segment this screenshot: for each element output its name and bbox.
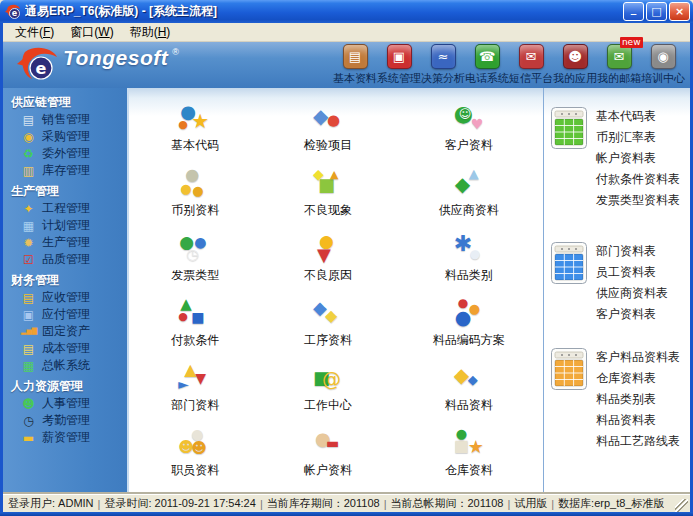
close-button[interactable]: × — [669, 2, 690, 21]
shortcut-item-info[interactable]: ◆◆料品资料 — [394, 362, 543, 427]
shortcut-warehouse-info[interactable]: ■●★仓库资料 — [394, 427, 543, 492]
menu-bar: 文件(F)窗口(W)帮助(H) — [3, 23, 690, 42]
maximize-button[interactable]: □ — [646, 2, 667, 21]
decision-analysis-icon: ≈ — [431, 44, 456, 69]
table-link[interactable]: 料品工艺路线表 — [596, 431, 680, 452]
content-area: 供应链管理▤销售管理◉采购管理♻委外管理▥库存管理生产管理✦工程管理▦计划管理✹… — [3, 88, 690, 494]
sidebar-item-ledger[interactable]: ▦总帐系统 — [3, 357, 127, 374]
tool-sms-platform[interactable]: ✉短信平台 — [509, 44, 553, 86]
tool-basic-data[interactable]: ▤基本资料 — [333, 44, 377, 86]
table-link[interactable]: 发票类型资料表 — [596, 190, 680, 211]
table-link[interactable]: 料品类别表 — [596, 389, 680, 410]
sidebar-item-payable[interactable]: ▣应付管理 — [3, 306, 127, 323]
table-link[interactable]: 仓库资料表 — [596, 368, 680, 389]
shortcut-label: 基本代码 — [171, 137, 219, 154]
sidebar-item-label: 销售管理 — [42, 111, 90, 128]
tool-phone-system[interactable]: ☎电话系统 — [465, 44, 509, 86]
shortcut-employee-info[interactable]: ●☻☻职员资料 — [129, 427, 262, 492]
sidebar-group-header: 财务管理 — [3, 271, 127, 289]
table-link[interactable]: 员工资料表 — [596, 262, 668, 283]
table-link[interactable]: 付款条件资料表 — [596, 169, 680, 190]
shortcut-item-coding[interactable]: ●●●料品编码方案 — [394, 297, 543, 362]
table-link[interactable]: 部门资料表 — [596, 241, 668, 262]
status-segment-4: 试用版 — [514, 496, 547, 511]
shortcut-label: 币别资料 — [171, 202, 219, 219]
shortcut-payment-terms[interactable]: ▲●■付款条件 — [129, 297, 262, 362]
sidebar-item-hr[interactable]: ☻人事管理 — [3, 395, 127, 412]
table-link[interactable]: 基本代码表 — [596, 106, 680, 127]
table-link[interactable]: 币别汇率表 — [596, 127, 680, 148]
sidebar-item-receivable[interactable]: ▤应收管理 — [3, 289, 127, 306]
sidebar-item-salary[interactable]: ▬薪资管理 — [3, 429, 127, 446]
table-group-1: 基本代码表币别汇率表帐户资料表付款条件资料表发票类型资料表 — [550, 106, 690, 211]
tool-my-mailbox[interactable]: ✉new我的邮箱 — [597, 44, 641, 86]
shortcut-defect-reason[interactable]: ●▼不良原因 — [262, 232, 395, 297]
shortcut-label: 发票类型 — [171, 267, 219, 284]
sidebar-item-inventory[interactable]: ▥库存管理 — [3, 162, 127, 179]
defect-reason-icon: ●▼ — [311, 232, 345, 266]
sidebar-group-header: 生产管理 — [3, 182, 127, 200]
shortcut-basic-code[interactable]: ●★●基本代码 — [129, 102, 262, 167]
sidebar-item-sales[interactable]: ▤销售管理 — [3, 111, 127, 128]
shortcut-label: 不良原因 — [304, 267, 352, 284]
menu-item-1[interactable]: 窗口(W) — [62, 24, 121, 41]
shortcut-invoice-type[interactable]: ●●◷发票类型 — [129, 232, 262, 297]
shortcut-process-info[interactable]: ◆◆工序资料 — [262, 297, 395, 362]
resize-grip-icon[interactable] — [675, 499, 688, 512]
payable-icon: ▣ — [21, 309, 36, 321]
sidebar-item-cost[interactable]: ▤成本管理 — [3, 340, 127, 357]
sidebar-item-outsourcing[interactable]: ♻委外管理 — [3, 145, 127, 162]
fixed-assets-icon: ▂▅▇ — [21, 328, 36, 335]
table-link[interactable]: 料品资料表 — [596, 410, 680, 431]
shortcut-inspection-item[interactable]: ◆●检验项目 — [262, 102, 395, 167]
tool-training-center[interactable]: ◉培训中心 — [641, 44, 685, 86]
table-link[interactable]: 帐户资料表 — [596, 148, 680, 169]
phone-system-icon: ☎ — [475, 44, 500, 69]
title-bar: e 通易ERP_T6(标准版) - [系统主流程] _ □ × — [0, 0, 693, 23]
shortcut-defect-phenomenon[interactable]: ■◆▲不良现象 — [262, 167, 395, 232]
sidebar-item-engineering[interactable]: ✦工程管理 — [3, 200, 127, 217]
table-list: 客户料品资料表仓库资料表料品类别表料品资料表料品工艺路线表 — [596, 347, 680, 452]
tool-my-apps[interactable]: ☻我的应用 — [553, 44, 597, 86]
sidebar-item-label: 计划管理 — [42, 217, 90, 234]
shortcut-label: 检验项目 — [304, 137, 352, 154]
menu-item-0[interactable]: 文件(F) — [7, 24, 62, 41]
basic-code-icon: ●★● — [178, 102, 212, 136]
table-orange-icon — [550, 347, 590, 452]
tool-decision-analysis[interactable]: ≈决策分析 — [421, 44, 465, 86]
tool-label: 决策分析 — [421, 71, 465, 86]
shortcut-item-category[interactable]: ✱●料品类别 — [394, 232, 543, 297]
sidebar-item-fixed-assets[interactable]: ▂▅▇固定资产 — [3, 323, 127, 340]
tool-system-management[interactable]: ▣系统管理 — [377, 44, 421, 86]
defect-phenomenon-icon: ■◆▲ — [311, 167, 345, 201]
supplier-info-icon: ◆▲ — [452, 167, 486, 201]
sidebar-item-quality[interactable]: ☑品质管理 — [3, 251, 127, 268]
shortcut-customer-info[interactable]: ●☺♥客户资料 — [394, 102, 543, 167]
sidebar-item-attendance[interactable]: ◷考勤管理 — [3, 412, 127, 429]
table-link[interactable]: 客户料品资料表 — [596, 347, 680, 368]
department-info-icon: ▲▼► — [178, 362, 212, 396]
tool-label: 短信平台 — [509, 71, 553, 86]
shortcut-currency-info[interactable]: ●●●币别资料 — [129, 167, 262, 232]
shortcut-account-info[interactable]: ●▬帐户资料 — [262, 427, 395, 492]
window-controls: _ □ × — [623, 2, 690, 21]
minimize-button[interactable]: _ — [623, 2, 644, 21]
status-segment-3: 当前总帐期间：201108 — [390, 496, 503, 511]
sidebar-group-header: 供应链管理 — [3, 93, 127, 111]
shortcut-label: 客户资料 — [445, 137, 493, 154]
table-link[interactable]: 供应商资料表 — [596, 283, 668, 304]
outsourcing-icon: ♻ — [21, 148, 36, 160]
tool-label: 基本资料 — [333, 71, 377, 86]
shortcut-department-info[interactable]: ▲▼►部门资料 — [129, 362, 262, 427]
sidebar-item-label: 薪资管理 — [42, 429, 90, 446]
shortcut-supplier-info[interactable]: ◆▲供应商资料 — [394, 167, 543, 232]
purchase-icon: ◉ — [21, 131, 36, 143]
sidebar-item-production[interactable]: ✹生产管理 — [3, 234, 127, 251]
sidebar-item-planning[interactable]: ▦计划管理 — [3, 217, 127, 234]
table-blue-icon — [550, 241, 590, 325]
table-link[interactable]: 客户资料表 — [596, 304, 668, 325]
salary-icon: ▬ — [21, 432, 36, 444]
shortcut-work-center[interactable]: ■@工作中心 — [262, 362, 395, 427]
menu-item-2[interactable]: 帮助(H) — [122, 24, 179, 41]
sidebar-item-purchase[interactable]: ◉采购管理 — [3, 128, 127, 145]
